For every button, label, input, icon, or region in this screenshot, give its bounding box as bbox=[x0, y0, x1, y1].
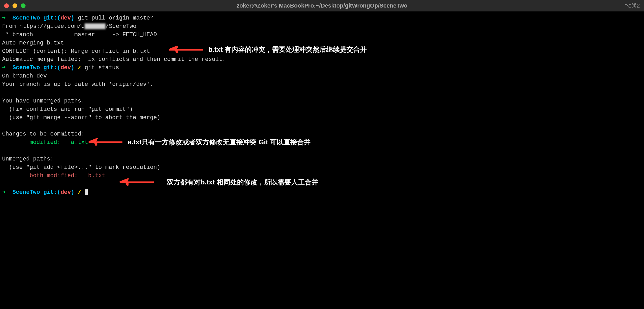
branch-name: dev bbox=[61, 15, 71, 21]
traffic-lights bbox=[4, 3, 26, 8]
dirty-mark: ✗ bbox=[78, 65, 81, 71]
terminal-window: zoker@Zoker's MacBookPro:~/Desktop/gitWr… bbox=[0, 0, 644, 309]
output-line: * branch master -> FETCH_HEAD bbox=[2, 31, 642, 39]
output-line: (fix conflicts and run "git commit") bbox=[2, 105, 642, 114]
output-line: Unmerged paths: bbox=[2, 155, 642, 163]
cursor bbox=[85, 189, 88, 195]
git-close: ) bbox=[71, 65, 74, 71]
branch-name: dev bbox=[61, 65, 71, 71]
command-text: git pull origin master bbox=[78, 15, 153, 21]
censored-text bbox=[85, 23, 106, 29]
output-line: On branch dev bbox=[2, 72, 642, 80]
arrow-icon bbox=[112, 178, 162, 186]
annotation-3: 双方都有对b.txt 相同处的修改，所以需要人工合并 bbox=[112, 177, 318, 188]
blank-line bbox=[2, 147, 642, 155]
prompt-folder: SceneTwo bbox=[13, 65, 40, 71]
output-line: You have unmerged paths. bbox=[2, 97, 642, 105]
output-line: From https://gitee.com/u/SceneTwo bbox=[2, 22, 642, 31]
annotation-text: b.txt 有内容的冲突，需要处理冲突然后继续提交合并 bbox=[208, 44, 367, 55]
annotation-text: a.txt只有一方修改或者双方修改无直接冲突 Git 可以直接合并 bbox=[128, 137, 311, 148]
output-line: Your branch is up to date with 'origin/d… bbox=[2, 80, 642, 89]
maximize-button[interactable] bbox=[21, 3, 26, 8]
window-title: zoker@Zoker's MacBookPro:~/Desktop/gitWr… bbox=[237, 1, 407, 10]
prompt-folder: SceneTwo bbox=[13, 189, 40, 196]
command-text: git status bbox=[85, 65, 119, 71]
branch-name: dev bbox=[61, 189, 71, 196]
blank-line bbox=[2, 89, 642, 97]
prompt-folder: SceneTwo bbox=[13, 15, 40, 21]
git-label: git:( bbox=[43, 189, 60, 196]
dirty-mark: ✗ bbox=[78, 189, 81, 196]
close-button[interactable] bbox=[4, 3, 9, 8]
minimize-button[interactable] bbox=[13, 3, 17, 8]
git-close: ) bbox=[71, 189, 74, 196]
output-line: (use "git merge --abort" to abort the me… bbox=[2, 114, 642, 122]
terminal-body[interactable]: ➜ SceneTwo git:(dev) git pull origin mas… bbox=[0, 11, 644, 309]
prompt-arrow: ➜ bbox=[2, 65, 5, 71]
prompt-line: ➜ SceneTwo git:(dev) ✗ bbox=[2, 188, 642, 197]
prompt-arrow: ➜ bbox=[2, 189, 5, 196]
output-line: Automatic merge failed; fix conflicts an… bbox=[2, 55, 642, 64]
prompt-line: ➜ SceneTwo git:(dev) ✗ git status bbox=[2, 64, 642, 72]
blank-line bbox=[2, 122, 642, 130]
output-line: (use "git add <file>..." to mark resolut… bbox=[2, 163, 642, 172]
tab-shortcut: ⌥⌘2 bbox=[624, 1, 640, 10]
blank-line bbox=[2, 180, 642, 188]
arrow-icon bbox=[89, 138, 122, 146]
annotation-text: 双方都有对b.txt 相同处的修改，所以需要人工合并 bbox=[167, 177, 318, 188]
git-close: ) bbox=[71, 15, 74, 21]
titlebar[interactable]: zoker@Zoker's MacBookPro:~/Desktop/gitWr… bbox=[0, 0, 644, 11]
git-label: git:( bbox=[43, 15, 60, 21]
both-modified-file: both modified: b.txt bbox=[2, 172, 642, 180]
prompt-line: ➜ SceneTwo git:(dev) git pull origin mas… bbox=[2, 14, 642, 22]
git-label: git:( bbox=[43, 65, 60, 71]
prompt-arrow: ➜ bbox=[2, 15, 5, 21]
annotation-2: a.txt只有一方修改或者双方修改无直接冲突 Git 可以直接合并 bbox=[89, 137, 311, 148]
arrow-icon bbox=[169, 46, 203, 54]
annotation-1: b.txt 有内容的冲突，需要处理冲突然后继续提交合并 bbox=[169, 44, 367, 55]
